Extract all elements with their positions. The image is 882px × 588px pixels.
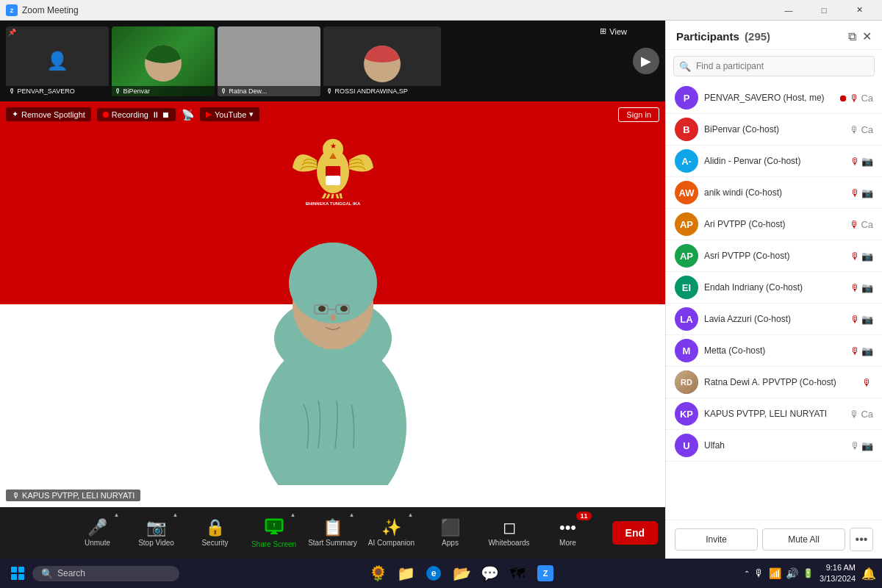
share-screen-icon: ↑ bbox=[265, 518, 284, 537]
taskbar-app-zoom[interactable]: Z bbox=[532, 560, 559, 587]
start-summary-button[interactable]: ▲ 📋 Start Summary bbox=[304, 507, 362, 559]
next-view-button[interactable]: ▶ bbox=[633, 48, 659, 74]
mute-all-button[interactable]: Mute All bbox=[762, 528, 845, 551]
participant-icons: 🎙 📷 bbox=[850, 314, 873, 325]
recording-badge: Recording ⏸ ⏹ bbox=[97, 108, 176, 121]
minimize-button[interactable]: — bbox=[772, 0, 806, 21]
participant-name: anik windi (Co-host) bbox=[704, 187, 845, 198]
ai-caret-icon[interactable]: ▲ bbox=[408, 512, 414, 518]
main-content: 👤 📌 🎙 PENVAR_SAVERO 🎙 BiPenvar 🎙 Ratna D… bbox=[0, 21, 882, 559]
thumbnail-label-3: 🎙 Ratna Dew... bbox=[218, 86, 320, 96]
chevron-up-icon[interactable]: ⌃ bbox=[744, 570, 750, 578]
panel-header: Participants (295) ⧉ ✕ bbox=[666, 21, 882, 50]
sign-in-button[interactable]: Sign in bbox=[618, 107, 659, 122]
youtube-caret-icon: ▾ bbox=[249, 110, 254, 119]
battery-icon[interactable]: 🔋 bbox=[803, 568, 814, 578]
ai-companion-button[interactable]: ▲ ✨ AI Companion bbox=[362, 507, 421, 559]
recording-bar: ✦ Remove Spotlight Recording ⏸ ⏹ 📡 ▶ You… bbox=[6, 107, 259, 121]
svg-text:↑: ↑ bbox=[272, 521, 276, 528]
participant-icons: 🎙 📷 bbox=[850, 156, 873, 167]
participant-row: B BiPenvar (Co-host) 🎙 Ca bbox=[666, 114, 882, 146]
spotlight-icon: ✦ bbox=[12, 110, 18, 119]
cam-off-icon: 📷 bbox=[861, 314, 873, 325]
avatar: AP bbox=[675, 212, 698, 236]
thumbnail-bipenvar[interactable]: 🎙 BiPenvar bbox=[112, 26, 215, 96]
mic-icon: 🎙 bbox=[850, 124, 859, 135]
youtube-button[interactable]: ▶ YouTube ▾ bbox=[200, 107, 259, 121]
title-bar: Z Zoom Meeting — □ ✕ bbox=[0, 0, 882, 21]
volume-icon[interactable]: 🔊 bbox=[786, 567, 798, 579]
close-panel-button[interactable]: ✕ bbox=[862, 29, 872, 43]
recording-dot bbox=[103, 112, 109, 118]
panel-title: Participants (295) bbox=[676, 30, 770, 43]
participant-row: KP KAPUS PVTPP, LELI NURYATI 🎙 Ca bbox=[666, 398, 882, 430]
ai-icon: ✨ bbox=[381, 520, 401, 536]
participant-name: Metta (Co-host) bbox=[704, 345, 845, 356]
camera-icon: 📷 bbox=[146, 520, 166, 536]
close-button[interactable]: ✕ bbox=[842, 0, 876, 21]
start-button[interactable] bbox=[6, 562, 29, 585]
mic-on-icon: 🎙 bbox=[850, 440, 860, 451]
youtube-icon: ▶ bbox=[206, 110, 212, 119]
avatar: KP bbox=[675, 402, 698, 426]
main-video: ★ BHINNEKA TUNGGAL IKA bbox=[0, 101, 665, 507]
more-options-button[interactable]: ••• bbox=[850, 528, 873, 551]
unmute-caret-icon[interactable]: ▲ bbox=[114, 512, 120, 518]
pop-out-button[interactable]: ⧉ bbox=[848, 30, 856, 43]
participants-list: P PENVAR_SAVERO (Host, me) ⏺ 🎙 Ca B BiPe… bbox=[666, 82, 882, 520]
whiteboards-button[interactable]: ◻ Whiteboards bbox=[480, 507, 539, 559]
wifi-icon[interactable]: 📶 bbox=[769, 567, 781, 579]
mic-on-icon: 🎙 bbox=[850, 409, 859, 420]
thumbnail-ratna[interactable]: 🎙 Ratna Dew... bbox=[218, 26, 320, 96]
security-icon: 🔒 bbox=[205, 520, 225, 536]
mic-sys-icon[interactable]: 🎙 bbox=[754, 567, 764, 579]
participant-icons: 🎙 📷 bbox=[850, 187, 873, 198]
share-screen-button[interactable]: ▲ ↑ Share Screen bbox=[245, 507, 304, 559]
thumbnail-penvar-savero[interactable]: 👤 📌 🎙 PENVAR_SAVERO bbox=[6, 26, 109, 96]
security-button[interactable]: 🔒 Security bbox=[186, 507, 245, 559]
system-tray-icons: ⌃ 🎙 📶 🔊 🔋 bbox=[744, 567, 814, 579]
video-caret-icon[interactable]: ▲ bbox=[173, 512, 179, 518]
more-badge: 11 bbox=[576, 512, 591, 520]
thumbnail-rossi[interactable]: 🎙 ROSSI ANDRAWINA,SP bbox=[323, 26, 441, 96]
mic-muted-icon: 🎙 bbox=[850, 93, 859, 104]
taskbar-app-folder[interactable]: 📁 bbox=[392, 560, 419, 587]
mic-muted-icon: 🎙 bbox=[850, 314, 860, 325]
apps-button[interactable]: ⬛ Apps bbox=[421, 507, 480, 559]
participant-row: AW anik windi (Co-host) 🎙 📷 bbox=[666, 177, 882, 209]
participant-icons: 🎙 📷 bbox=[850, 440, 873, 451]
presenter-video bbox=[215, 169, 451, 485]
taskbar-app-whatsapp[interactable]: 💬 bbox=[476, 560, 503, 587]
view-label: ⊞ View bbox=[600, 26, 627, 36]
avatar: B bbox=[675, 118, 698, 141]
toolbar: ▲ 🎤 Unmute ▲ 📷 Stop Video 🔒 Security ▲ bbox=[0, 507, 665, 559]
stop-video-button[interactable]: ▲ 📷 Stop Video bbox=[127, 507, 186, 559]
participant-search-input[interactable] bbox=[673, 56, 875, 76]
participant-name: Ratna Dewi A. PPVTPP (Co-host) bbox=[704, 377, 856, 387]
summary-caret-icon[interactable]: ▲ bbox=[349, 512, 355, 518]
end-button[interactable]: End bbox=[612, 521, 658, 545]
taskbar-app-flower[interactable]: 🌻 bbox=[365, 560, 391, 587]
taskbar-search[interactable]: 🔍 Search bbox=[32, 566, 179, 581]
participant-icons: 🎙 Ca bbox=[850, 409, 873, 420]
share-caret-icon[interactable]: ▲ bbox=[290, 512, 296, 518]
cam-off-icon: 📷 bbox=[861, 345, 873, 356]
speaker-name-label: 🎙 KAPUS PVTPP, LELI NURYATI bbox=[6, 490, 140, 501]
notifications-icon[interactable]: 🔔 bbox=[861, 567, 876, 581]
participant-name: Ulfah bbox=[704, 440, 845, 451]
svg-text:Z: Z bbox=[10, 7, 14, 14]
taskbar-app-maps[interactable]: 🗺 bbox=[504, 560, 531, 587]
avatar: M bbox=[675, 339, 698, 362]
search-icon: 🔍 bbox=[679, 61, 691, 72]
remove-spotlight-button[interactable]: ✦ Remove Spotlight bbox=[6, 107, 91, 121]
taskbar-app-edge[interactable]: e bbox=[420, 560, 447, 587]
svg-text:★: ★ bbox=[329, 142, 336, 150]
taskbar-app-files[interactable]: 📂 bbox=[448, 560, 475, 587]
participants-panel: Participants (295) ⧉ ✕ 🔍 P PENVAR_SAVERO… bbox=[665, 21, 882, 559]
more-options-icon: Ca bbox=[861, 93, 873, 104]
unmute-button[interactable]: ▲ 🎤 Unmute bbox=[68, 507, 127, 559]
taskbar-clock[interactable]: 9:16 AM 3/13/2024 bbox=[820, 562, 856, 585]
maximize-button[interactable]: □ bbox=[807, 0, 841, 21]
more-button[interactable]: 11 ••• More bbox=[539, 507, 598, 559]
invite-button[interactable]: Invite bbox=[675, 528, 758, 551]
